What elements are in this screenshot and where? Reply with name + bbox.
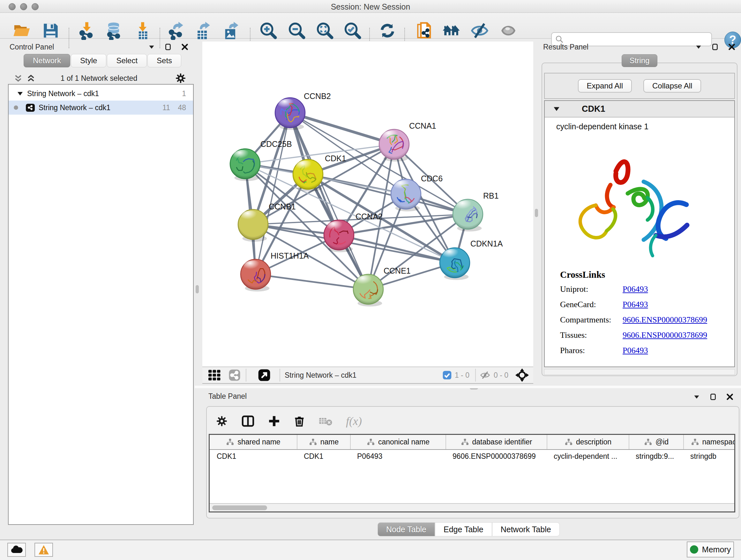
gene-section-header[interactable]: CDK1 <box>545 101 734 118</box>
tab-select[interactable]: Select <box>107 54 147 67</box>
table-cell[interactable]: CDK1 <box>210 450 297 462</box>
column-header-description[interactable]: description <box>547 435 629 449</box>
table-settings-gear-icon[interactable] <box>216 415 228 427</box>
delete-column-icon[interactable] <box>293 415 305 428</box>
table-row[interactable]: CDK1CDK1P064939606.ENSP00000378699cyclin… <box>210 450 734 462</box>
table-hscrollbar[interactable] <box>210 503 734 511</box>
table-cell[interactable]: stringdb:9... <box>629 450 683 462</box>
column-header-name[interactable]: name <box>297 435 350 449</box>
tab-style[interactable]: Style <box>71 54 106 67</box>
tab-string[interactable]: String <box>622 54 657 67</box>
crosslink-value-link[interactable]: P06493 <box>623 346 648 355</box>
network-node-CDKN1A[interactable]: CDKN1A <box>440 239 503 280</box>
show-view-icon[interactable] <box>499 21 518 40</box>
table-cell[interactable]: CDK1 <box>297 450 350 462</box>
hidden-eye-icon[interactable] <box>479 370 491 380</box>
expand-all-button[interactable]: Expand All <box>578 79 632 92</box>
add-column-icon[interactable] <box>268 415 280 427</box>
table-cell[interactable]: P06493 <box>350 450 446 462</box>
panel-float-icon[interactable] <box>164 43 172 51</box>
detach-view-icon[interactable] <box>258 369 271 381</box>
crosslink-row: Tissues:9606.ENSP00000378699 <box>560 330 732 340</box>
open-session-icon[interactable] <box>13 21 31 40</box>
column-header--id[interactable]: @id <box>629 435 683 449</box>
column-header-shared-name[interactable]: shared name <box>210 435 297 449</box>
collapse-all-button[interactable]: Collapse All <box>643 79 701 92</box>
panel-menu-icon[interactable] <box>692 393 701 401</box>
export-table-icon[interactable] <box>194 21 212 40</box>
node-details-scroll[interactable]: CDK1 cyclin-dependent kinase 1 <box>544 100 735 367</box>
results-hscrollbar[interactable] <box>544 369 735 375</box>
network-node-RB1[interactable]: RB1 <box>453 191 499 232</box>
network-canvas[interactable]: CCNB2CCNA1CDC25BCDK1CDC6RB1CCNB1CCNA2CDK… <box>202 42 533 367</box>
column-header-database-identifier[interactable]: database identifier <box>446 435 547 449</box>
network-view-mode-icon[interactable] <box>228 369 241 381</box>
crosslink-value-link[interactable]: 9606.ENSP00000378699 <box>623 330 707 340</box>
network-node-CCNB2[interactable]: CCNB2 <box>275 91 331 130</box>
selected-checkbox-icon[interactable] <box>442 370 452 380</box>
network-collection-row[interactable]: String Network – cdk1 1 <box>9 86 193 101</box>
panel-close-icon[interactable] <box>726 393 734 401</box>
zoom-out-icon[interactable] <box>287 21 306 40</box>
panel-float-icon[interactable] <box>709 393 718 401</box>
right-divider-handle[interactable] <box>535 209 538 217</box>
tab-node-table[interactable]: Node Table <box>378 522 435 537</box>
export-network-icon[interactable] <box>167 21 185 40</box>
panel-menu-icon[interactable] <box>147 43 156 51</box>
crosslink-value-link[interactable]: P06493 <box>623 300 648 309</box>
panel-float-icon[interactable] <box>711 43 719 51</box>
table-panel: Table Panel <box>195 386 741 540</box>
network-node-HIST1H1A[interactable]: HIST1H1A <box>241 251 309 292</box>
left-divider-handle[interactable] <box>196 285 199 294</box>
tab-sets[interactable]: Sets <box>147 54 181 67</box>
network-node-CDC25B[interactable]: CDC25B <box>230 139 292 181</box>
node-label-CCNB1: CCNB1 <box>269 202 296 211</box>
collapse-triangle-icon[interactable] <box>16 90 24 98</box>
network-node-CCNE1[interactable]: CCNE1 <box>353 266 411 307</box>
collapse-triangle-icon[interactable] <box>552 105 561 113</box>
zoom-selected-icon[interactable] <box>343 21 362 40</box>
string-document-icon[interactable] <box>415 21 434 40</box>
table-cell[interactable]: 9606.ENSP00000378699 <box>446 450 547 462</box>
zoom-in-icon[interactable] <box>259 21 278 40</box>
crosslink-value-link[interactable]: P06493 <box>623 285 648 294</box>
refresh-icon[interactable] <box>378 21 397 40</box>
title-bar: Session: New Session <box>0 0 741 13</box>
crosslink-value-link[interactable]: 9606.ENSP00000378699 <box>623 315 707 325</box>
warnings-button[interactable] <box>35 543 53 557</box>
cloud-button[interactable] <box>7 543 26 557</box>
network-edge-CCNE1-HIST1H1A[interactable] <box>256 274 368 289</box>
show-columns-icon[interactable] <box>241 415 255 428</box>
panel-close-icon[interactable] <box>728 43 736 51</box>
gear-icon[interactable] <box>175 72 186 84</box>
birds-eye-icon[interactable] <box>515 368 529 382</box>
home-icon[interactable] <box>442 21 461 40</box>
network-row[interactable]: String Network – cdk1 11 48 <box>9 101 193 115</box>
tab-network[interactable]: Network <box>23 54 70 67</box>
import-network-file-icon[interactable] <box>77 21 96 40</box>
network-node-CCNB1[interactable]: CCNB1 <box>238 202 296 242</box>
network-view-toolbar: String Network – cdk1 1 - 0 0 - 0 <box>202 367 533 384</box>
network-node-CCNA1[interactable]: CCNA1 <box>379 121 436 162</box>
save-session-icon[interactable] <box>42 21 60 40</box>
table-cell[interactable]: stringdb <box>683 450 735 462</box>
grid-view-icon[interactable] <box>207 369 223 381</box>
network-edge-CCNB2-CCNE1[interactable] <box>290 113 368 289</box>
memory-button[interactable]: Memory <box>687 542 734 557</box>
export-image-icon[interactable] <box>222 21 241 40</box>
column-header-canonical-name[interactable]: canonical name <box>350 435 446 449</box>
node-table[interactable]: shared namenamecanonical namedatabase id… <box>209 434 735 512</box>
tab-network-table[interactable]: Network Table <box>492 522 560 537</box>
column-header-namespace[interactable]: namespace <box>683 435 735 449</box>
hide-graphics-details-icon[interactable] <box>470 21 489 40</box>
import-network-database-icon[interactable] <box>105 21 123 40</box>
tab-edge-table[interactable]: Edge Table <box>435 522 492 537</box>
column-header-label: database identifier <box>472 438 532 446</box>
network-edge-CCNB2-CCNA1[interactable] <box>290 113 394 144</box>
panel-menu-icon[interactable] <box>694 43 703 51</box>
panel-close-icon[interactable] <box>181 43 189 51</box>
import-table-file-icon[interactable] <box>133 21 152 40</box>
table-hscroll-thumb[interactable] <box>212 505 267 510</box>
zoom-fit-icon[interactable] <box>316 21 334 40</box>
table-cell[interactable]: cyclin-dependent ... <box>547 450 629 462</box>
